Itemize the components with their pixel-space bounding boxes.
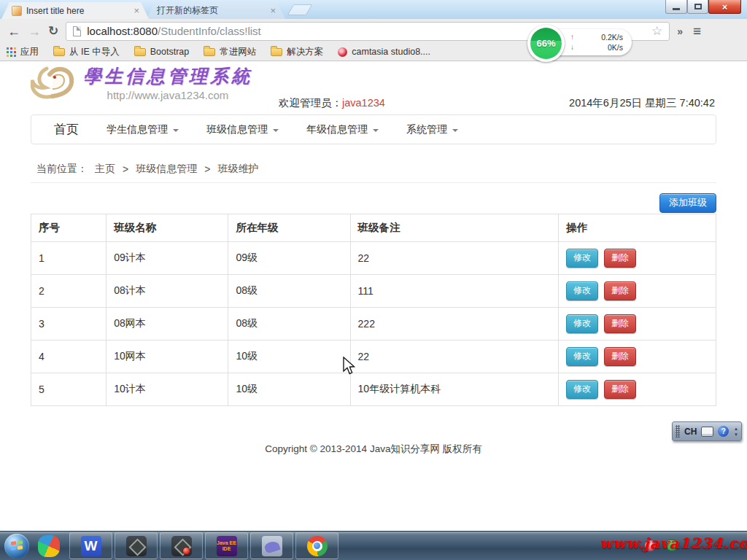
chrome-icon [307, 536, 328, 556]
folder-icon [134, 48, 146, 56]
back-button[interactable]: ← [7, 25, 20, 38]
phoenix-logo-icon [31, 64, 79, 105]
taskbar-chrome-button[interactable] [295, 532, 338, 559]
tab-new-tab-page[interactable]: 打开新的标签页 × [147, 2, 285, 19]
header-no: 序号 [31, 214, 107, 242]
caret-down-icon [173, 129, 179, 132]
bookmark-folder-solutions[interactable]: 解决方案 [271, 46, 323, 58]
javaee-ide-icon: Java EE IDE [217, 536, 237, 556]
bookmarks-bar: 应用 从 IE 中导入 Bootstrap 常进网站 解决方案 camtasia… [0, 43, 747, 61]
taskbar-eclipse-javaee-button[interactable]: Java EE IDE [205, 532, 248, 559]
langbar-options-icon[interactable]: ▲ ▼ [734, 427, 738, 437]
breadcrumb-home-link[interactable]: 主页 [95, 163, 115, 176]
delete-button[interactable]: 删除 [604, 347, 636, 366]
minimize-icon [673, 8, 680, 10]
nav-system-management[interactable]: 系统管理 [392, 123, 472, 136]
bookmark-apps[interactable]: 应用 [7, 46, 39, 58]
url-host: localhost:8080 [87, 25, 158, 37]
tab-close-icon[interactable]: × [131, 5, 142, 16]
bookmark-label: 解决方案 [287, 46, 323, 58]
edit-button[interactable]: 修改 [566, 347, 598, 366]
tab-title: Insert title here [26, 6, 127, 16]
help-icon[interactable]: ? [718, 426, 729, 437]
net-speed-extension-badge[interactable]: ↑ 0.2K/s ↓ 0K/s 66% [527, 25, 616, 63]
bookmark-camtasia[interactable]: camtasia studio8.... [338, 47, 430, 57]
page-favicon-icon [12, 6, 22, 16]
browser-titlebar: Insert title here × 打开新的标签页 × × [0, 0, 747, 19]
table-row: 4 10网本 10级 22 修改删除 [31, 341, 716, 373]
edit-button[interactable]: 修改 [566, 314, 598, 333]
site-header: 學生信息管理系統 http://www.java1234.com 欢迎管理员：j… [31, 64, 716, 114]
edit-button[interactable]: 修改 [566, 380, 598, 399]
taskbar-mysql-button[interactable] [250, 532, 293, 559]
camtasia-recorder-icon [171, 536, 192, 556]
taskbar-pinwheel-app-icon[interactable] [38, 535, 60, 557]
table-header-row: 序号 班级名称 所在年级 班级备注 操作 [31, 214, 716, 242]
edit-button[interactable]: 修改 [566, 249, 598, 268]
drag-grip-icon[interactable] [676, 425, 680, 438]
toolbar-overflow-icon[interactable]: » [677, 26, 683, 37]
nav-student-management[interactable]: 学生信息管理 [93, 123, 193, 136]
keyboard-icon[interactable] [701, 427, 713, 437]
close-window-button[interactable]: × [708, 0, 741, 14]
folder-icon [204, 48, 215, 56]
taskbar-camtasia-recorder-button[interactable] [160, 532, 203, 559]
window-controls: × [665, 0, 741, 14]
welcome-label: 欢迎管理员： [279, 97, 342, 109]
taskbar-wps-button[interactable]: W [69, 532, 112, 559]
cell-grade: 09级 [228, 242, 350, 275]
tab-close-icon[interactable]: × [268, 5, 278, 16]
bookmark-label: 应用 [20, 46, 39, 58]
cell-no: 3 [31, 308, 107, 341]
header-actions: 操作 [559, 214, 716, 242]
camtasia-bookmark-icon [338, 47, 347, 57]
mysql-dolphin-icon [262, 536, 282, 556]
new-tab-button[interactable] [287, 4, 313, 15]
welcome-message: 欢迎管理员：java1234 [279, 96, 385, 110]
percent-value: 66% [536, 38, 555, 49]
windows-language-bar[interactable]: CH ? ▲ ▼ [672, 421, 742, 441]
browser-menu-icon[interactable]: ≡ [690, 23, 704, 39]
edit-button[interactable]: 修改 [566, 281, 598, 300]
bookmark-star-icon[interactable]: ☆ [651, 23, 662, 39]
cell-grade: 08级 [228, 308, 350, 341]
bookmark-folder-bootstrap[interactable]: Bootstrap [134, 47, 190, 57]
cell-grade: 10级 [228, 341, 350, 373]
delete-button[interactable]: 删除 [604, 281, 636, 300]
nav-class-management[interactable]: 班级信息管理 [193, 123, 293, 136]
cell-no: 4 [31, 341, 107, 373]
delete-button[interactable]: 删除 [604, 249, 636, 268]
taskbar-camtasia-button[interactable] [115, 532, 158, 559]
bookmark-folder-ie-import[interactable]: 从 IE 中导入 [53, 46, 120, 58]
cell-grade: 08级 [228, 275, 350, 308]
maximize-button[interactable] [687, 0, 708, 14]
breadcrumb-separator: > [204, 163, 210, 175]
bookmark-folder-frequent-sites[interactable]: 常进网站 [204, 46, 256, 58]
nav-home[interactable]: 首页 [40, 121, 93, 138]
refresh-button[interactable]: ↻ [48, 25, 58, 37]
language-indicator[interactable]: CH [684, 427, 697, 437]
bookmark-label: camtasia studio8.... [352, 47, 430, 57]
nav-grade-management[interactable]: 年级信息管理 [293, 123, 392, 136]
mouse-cursor [341, 357, 356, 378]
cell-remark: 222 [350, 308, 558, 341]
bookmark-label: Bootstrap [150, 47, 190, 57]
minimize-button[interactable] [665, 0, 687, 14]
forward-button[interactable]: → [28, 25, 41, 38]
bookmark-label: 从 IE 中导入 [69, 46, 120, 58]
delete-button[interactable]: 删除 [604, 380, 636, 399]
breadcrumb-class-management-link[interactable]: 班级信息管理 [136, 163, 197, 176]
cell-no: 1 [31, 242, 107, 275]
upload-arrow-icon: ↑ [570, 32, 574, 42]
cell-remark: 22 [350, 341, 558, 373]
tab-insert-title-here[interactable]: Insert title here × [1, 2, 149, 19]
start-button[interactable] [4, 534, 29, 559]
cell-class-name: 10计本 [107, 373, 228, 406]
add-class-button[interactable]: 添加班级 [659, 193, 716, 213]
apps-grid-icon [7, 47, 16, 57]
site-url: http://www.java1234.com [83, 89, 252, 101]
web-page: 學生信息管理系統 http://www.java1234.com 欢迎管理员：j… [0, 61, 747, 531]
bookmark-label: 常进网站 [220, 46, 256, 58]
delete-button[interactable]: 删除 [604, 314, 636, 333]
admin-username: java1234 [342, 97, 385, 109]
